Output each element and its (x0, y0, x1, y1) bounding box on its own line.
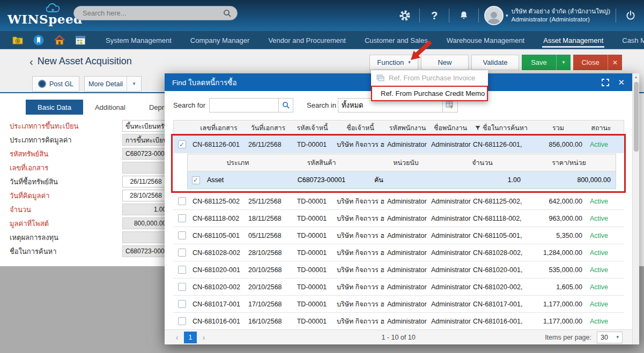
user-avatar[interactable] (484, 6, 504, 25)
cloud-icon (45, 1, 63, 16)
table-row[interactable]: CN-681125-002 25/11/2568 TD-00001 บริษัท… (173, 193, 624, 210)
register-type-select[interactable]: ขึ้นทะเบียนทรัพย์...▾ (122, 120, 169, 132)
back-button[interactable]: ‹ (29, 56, 33, 67)
table-row[interactable]: CN-681020-002 20/10/2568 TD-00001 บริษัท… (173, 279, 624, 296)
table-row[interactable]: CN-681016-001 16/10/2568 TD-00001 บริษัท… (173, 313, 624, 330)
table-row[interactable]: CN-681118-002 18/11/2568 TD-00001 บริษัท… (173, 210, 624, 227)
filter-grid-icon (446, 101, 455, 109)
nav-item-customer-sales[interactable]: Customer and Sales (364, 32, 429, 48)
col-total[interactable]: รวม (531, 121, 585, 136)
post-gl-icon (38, 80, 46, 88)
nav-item-cash-management[interactable]: Cash Management (621, 32, 644, 48)
col-vendor-code[interactable]: รหัสเจ้าหนี้ (290, 121, 335, 136)
purchase-date-field[interactable]: 26/11/2568 (122, 176, 169, 187)
form-row: รหัสทรัพย์สิน C680723-00001 (10, 147, 169, 161)
col-vendor-name[interactable]: ชื่อเจ้าหนี้ (335, 121, 386, 136)
search-icon[interactable] (223, 9, 232, 18)
table-row[interactable]: CN-681105-001 05/11/2568 TD-00001 บริษัท… (173, 227, 624, 244)
settings-gear-icon[interactable] (396, 6, 414, 25)
row-checkbox[interactable] (178, 300, 186, 308)
valuation-date-field[interactable]: 28/10/2568 (122, 190, 169, 201)
save-button[interactable]: Save ▾ (522, 55, 571, 70)
close-x-icon[interactable]: ✕ (608, 55, 622, 70)
logout-power-icon[interactable] (621, 6, 640, 25)
col-status[interactable]: สถานะ (585, 121, 617, 136)
valuation-type-field: การขึ้นทะเบียนเพื่อเพิ่ม (122, 134, 169, 146)
col-doc-date[interactable]: วันที่เอกสาร (247, 121, 290, 136)
row-checkbox[interactable] (178, 214, 186, 222)
row-checkbox[interactable] (178, 266, 186, 274)
form-row: วันที่ซื้อทรัพย์สิน 26/11/2568 (10, 175, 169, 189)
row-checkbox[interactable] (178, 283, 186, 291)
home-icon[interactable] (54, 34, 65, 46)
header-divider (616, 9, 616, 22)
ref-doc-icon (376, 74, 384, 81)
modal-close-icon[interactable]: ✕ (618, 78, 625, 87)
row-checkbox[interactable] (178, 231, 186, 239)
modal-search-button[interactable] (278, 98, 293, 112)
validate-button[interactable]: Validate (471, 55, 519, 70)
function-button[interactable]: Function ▾ (369, 55, 418, 70)
new-button[interactable]: New (421, 55, 469, 70)
table-row[interactable]: ✓ CN-681126-001 26/11/2568 TD-00001 บริษ… (173, 136, 624, 153)
table-row[interactable]: CN-681017-001 17/10/2568 TD-00001 บริษัท… (173, 296, 624, 313)
caret-down-icon: ▾ (408, 60, 411, 65)
col-search-name[interactable]: ชื่อในการค้นหา (471, 121, 531, 136)
nav-item-system-management[interactable]: System Management (105, 32, 173, 48)
maximize-icon[interactable] (602, 79, 609, 86)
col-emp-code[interactable]: รหัสพนักงาน (386, 121, 430, 136)
close-button[interactable]: Close ✕ (573, 55, 622, 70)
row-checkbox[interactable] (178, 197, 186, 205)
bookmark-icon[interactable] (33, 34, 45, 46)
save-caret-down-icon[interactable]: ▾ (556, 55, 571, 70)
investment-reason-field (122, 231, 169, 243)
global-search-input[interactable] (83, 9, 223, 17)
menu-item-ref-purchase-credit-memo[interactable]: Ref. From Purchase Credit Memo (371, 86, 488, 101)
user-info[interactable]: บริษัท ตัวอย่าง จำกัด (สำนักงานใหญ่) Adm… (512, 7, 610, 24)
subtable-row[interactable]: ✓ Asset C680723-00001 คัน 1.00 800,000.0… (188, 171, 616, 189)
form-row: วันที่คิดมูลค่า 28/10/2568 (10, 189, 169, 202)
items-per-page-select[interactable]: 30 ▾ (597, 332, 623, 343)
function-dropdown-menu: Ref. From Purchase Invoice Ref. From Pur… (371, 70, 488, 101)
nav-item-company-manager[interactable]: Company Manager (189, 32, 251, 48)
search-icon (282, 101, 290, 109)
scrollbar-thumb[interactable] (634, 82, 639, 152)
modal-scrollbar[interactable]: ▲ (632, 73, 639, 344)
nav-item-asset-management[interactable]: Asset Management (542, 32, 604, 48)
form-row: จำนวน 1.00 (10, 202, 169, 216)
tab-basic-data[interactable]: Basic Data (26, 100, 83, 115)
more-detail-caret-icon[interactable]: ▾ (127, 77, 141, 91)
row-checkbox[interactable] (178, 249, 186, 257)
nav-item-warehouse-management[interactable]: Warehouse Management (446, 32, 526, 48)
col-doc-no[interactable]: เลขที่เอกสาร (191, 121, 247, 136)
user-chevron-down-icon[interactable]: ▾ (506, 13, 508, 18)
modal-title: Find ใบลดหนี้การซื้อ (172, 77, 237, 88)
main-nav: System Management Company Manager Vendor… (0, 31, 644, 49)
col-emp-name[interactable]: ชื่อพนักงาน (430, 121, 471, 136)
table-row[interactable]: CN-681028-002 28/10/2568 TD-00001 บริษัท… (173, 244, 624, 261)
notifications-bell-icon[interactable] (455, 6, 473, 25)
tab-additional[interactable]: Additional (83, 100, 137, 115)
modal-search-input[interactable] (209, 98, 279, 112)
subrow-checkbox-checked[interactable]: ✓ (192, 176, 200, 184)
post-gl-button[interactable]: Post GL (32, 76, 79, 92)
user-role: Administrator (Administrator) (512, 16, 610, 24)
menu-item-ref-purchase-invoice[interactable]: Ref. From Purchase Invoice (371, 70, 488, 86)
folder-clock-icon[interactable] (12, 34, 24, 46)
form-row: ประเภทการขึ้นทะเบียน ขึ้นทะเบียนทรัพย์..… (10, 119, 169, 133)
calendar-icon[interactable] (75, 34, 86, 46)
row-checkbox[interactable] (178, 317, 186, 325)
search-for-label: Search for (173, 101, 205, 109)
caret-down-icon: ▾ (616, 335, 619, 340)
row-checkbox-checked[interactable]: ✓ (178, 140, 186, 148)
nav-item-vendor-procurement[interactable]: Vendor and Procurement (267, 32, 347, 48)
subcol-type: ประเภท (204, 154, 272, 171)
header-divider (449, 9, 449, 22)
help-icon[interactable]: ? (425, 6, 443, 25)
scrollbar-up-arrow[interactable]: ▲ (633, 75, 639, 79)
status-badge: Active (584, 313, 617, 329)
table-row[interactable]: CN-681020-001 20/10/2568 TD-00001 บริษัท… (173, 261, 624, 279)
more-detail-button[interactable]: More Detail ▾ (84, 76, 142, 92)
form-tabs: Basic Data Additional Depre. A (26, 100, 188, 115)
table-header-row: เลขที่เอกสาร วันที่เอกสาร รหัสเจ้าหนี้ ช… (173, 120, 624, 136)
